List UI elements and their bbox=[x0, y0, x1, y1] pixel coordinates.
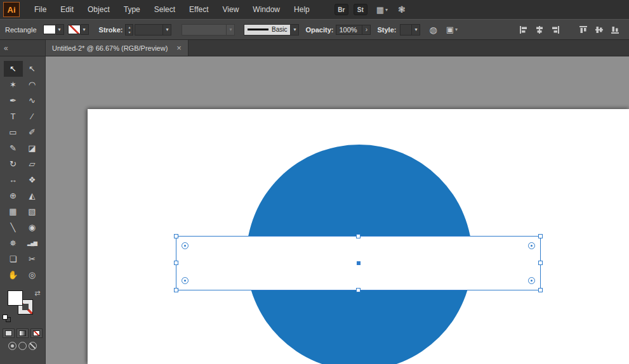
vertical-align-bottom-icon[interactable] bbox=[610, 25, 620, 35]
vertical-align-center-icon[interactable] bbox=[594, 25, 604, 35]
selection-handle-top-right[interactable] bbox=[538, 234, 543, 238]
workspace-swirl-icon[interactable]: ❃ bbox=[398, 4, 406, 15]
corner-radius-widget-bottom-right[interactable] bbox=[528, 277, 535, 284]
scale-tool[interactable]: ▱ bbox=[23, 156, 42, 172]
style-dropdown[interactable]: ▾ bbox=[400, 24, 420, 36]
color-mode-button[interactable] bbox=[3, 328, 15, 338]
selection-tool[interactable]: ↖ bbox=[4, 61, 23, 77]
lasso-tool[interactable]: ◠ bbox=[23, 77, 42, 93]
line-segment-tool[interactable]: ∕ bbox=[23, 108, 42, 124]
horizontal-align-center-icon[interactable] bbox=[534, 25, 545, 35]
pencil-tool[interactable]: ✎ bbox=[4, 140, 23, 156]
width-tool[interactable]: ↔ bbox=[4, 172, 23, 188]
stock-button[interactable]: St bbox=[354, 4, 367, 15]
zoom-tool[interactable]: ◎ bbox=[23, 267, 42, 283]
gradient-mode-button[interactable] bbox=[17, 328, 29, 338]
opacity-expander-button[interactable]: › bbox=[362, 25, 371, 35]
selected-rectangle-shape[interactable] bbox=[176, 236, 541, 290]
horizontal-align-right-icon[interactable] bbox=[550, 25, 560, 35]
draw-mode-row bbox=[8, 342, 37, 350]
gradient-tool[interactable]: ▧ bbox=[23, 204, 42, 219]
magic-wand-tool[interactable]: ✶ bbox=[4, 77, 23, 93]
eyedropper-tool[interactable]: ╲ bbox=[4, 219, 23, 235]
chevron-down-icon: ▾ bbox=[162, 25, 171, 35]
default-fill-stroke-icon[interactable] bbox=[3, 315, 13, 323]
corner-radius-widget-top-right[interactable] bbox=[528, 242, 535, 249]
swap-fill-stroke-icon[interactable]: ⇄ bbox=[34, 289, 40, 297]
artboard-tool[interactable]: ❏ bbox=[4, 251, 23, 267]
blend-tool[interactable]: ◉ bbox=[23, 219, 42, 235]
selection-handle-bottom-left[interactable] bbox=[174, 288, 178, 292]
fill-swatch[interactable] bbox=[8, 290, 23, 306]
tools-grid: ↖ ↖ ✶ ◠ ✒ ∿ T ∕ ▭ ✐ ✎ ◪ ↻ ▱ ↔ ❖ ⊕ ◭ ▦ ▧ bbox=[4, 56, 42, 283]
transform-menu-icon: ▣ bbox=[446, 25, 454, 34]
content-area: ↖ ↖ ✶ ◠ ✒ ∿ T ∕ ▭ ✐ ✎ ◪ ↻ ▱ ↔ ❖ ⊕ ◭ ▦ ▧ bbox=[0, 56, 629, 364]
close-icon[interactable]: × bbox=[176, 43, 182, 53]
menu-file[interactable]: File bbox=[27, 0, 53, 19]
rectangle-tool[interactable]: ▭ bbox=[4, 124, 23, 140]
paintbrush-tool[interactable]: ✐ bbox=[23, 124, 42, 140]
width-profile-dropdown: ▾ bbox=[182, 24, 235, 36]
hand-tool[interactable]: ✋ bbox=[4, 267, 23, 283]
arrange-documents-button[interactable]: ▦ ▾ bbox=[376, 5, 388, 15]
selection-handle-middle-right[interactable] bbox=[538, 261, 543, 265]
menu-effect[interactable]: Effect bbox=[182, 0, 215, 19]
vertical-align-top-icon[interactable] bbox=[578, 25, 588, 35]
none-mode-icon bbox=[33, 330, 40, 336]
stroke-weight-stepper[interactable]: ▴ ▾ bbox=[125, 24, 133, 36]
center-point-indicator[interactable] bbox=[357, 261, 361, 265]
selection-handle-bottom-right[interactable] bbox=[538, 288, 543, 292]
pen-tool[interactable]: ✒ bbox=[4, 93, 23, 108]
eraser-tool[interactable]: ◪ bbox=[23, 140, 42, 156]
control-bar: Rectangle ▾ ▾ Stroke: ▴ ▾ ▾ ▾ Basic ▾ Op bbox=[0, 19, 629, 40]
brush-definition-dropdown[interactable]: Basic ▾ bbox=[244, 24, 299, 36]
chevron-down-icon: ▾ bbox=[291, 24, 299, 36]
document-tab[interactable]: Untitled-2* @ 66.67% (RGB/Preview) × bbox=[46, 40, 189, 56]
mesh-tool[interactable]: ▦ bbox=[4, 204, 23, 219]
rotate-tool[interactable]: ↻ bbox=[4, 156, 23, 172]
recolor-artwork-icon[interactable]: ◍ bbox=[429, 25, 437, 35]
menu-object[interactable]: Object bbox=[81, 0, 117, 19]
fill-stroke-controls: ⇄ bbox=[0, 288, 46, 325]
direct-selection-tool[interactable]: ↖ bbox=[23, 61, 42, 77]
draw-behind-button[interactable] bbox=[18, 342, 27, 350]
symbol-sprayer-tool[interactable]: ✵ bbox=[4, 235, 23, 251]
stroke-weight-dropdown[interactable]: ▾ bbox=[135, 24, 171, 36]
curvature-tool[interactable]: ∿ bbox=[23, 93, 42, 108]
bridge-button[interactable]: Br bbox=[334, 4, 348, 15]
column-graph-tool[interactable]: ▂▄▆ bbox=[23, 235, 42, 251]
canvas[interactable] bbox=[46, 56, 629, 364]
draw-inside-button[interactable] bbox=[29, 342, 37, 350]
horizontal-align-left-icon[interactable] bbox=[519, 25, 529, 35]
brush-value: Basic bbox=[272, 26, 287, 33]
menu-type[interactable]: Type bbox=[117, 0, 147, 19]
selection-handle-middle-left[interactable] bbox=[174, 261, 178, 265]
transform-menu-button[interactable]: ▣ ▾ bbox=[446, 25, 458, 34]
none-mode-button[interactable] bbox=[30, 328, 43, 338]
draw-normal-button[interactable] bbox=[8, 342, 17, 350]
menu-select[interactable]: Select bbox=[147, 0, 182, 19]
opacity-input[interactable] bbox=[336, 25, 362, 35]
panel-collapse-button[interactable]: « bbox=[0, 40, 46, 56]
shape-builder-tool[interactable]: ⊕ bbox=[4, 188, 23, 204]
tools-panel: ↖ ↖ ✶ ◠ ✒ ∿ T ∕ ▭ ✐ ✎ ◪ ↻ ▱ ↔ ❖ ⊕ ◭ ▦ ▧ bbox=[0, 56, 46, 364]
artboard[interactable] bbox=[88, 109, 629, 364]
free-transform-tool[interactable]: ❖ bbox=[23, 172, 42, 188]
type-tool[interactable]: T bbox=[4, 108, 23, 124]
selection-handle-bottom-center[interactable] bbox=[356, 288, 361, 292]
menu-view[interactable]: View bbox=[216, 0, 246, 19]
fill-color-dropdown[interactable]: ▾ bbox=[43, 24, 64, 35]
selection-handle-top-center[interactable] bbox=[356, 234, 361, 238]
corner-radius-widget-top-left[interactable] bbox=[182, 242, 189, 249]
menu-help[interactable]: Help bbox=[287, 0, 317, 19]
corner-radius-widget-bottom-left[interactable] bbox=[182, 277, 189, 284]
stroke-swatch-hole bbox=[22, 304, 29, 310]
menu-edit[interactable]: Edit bbox=[53, 0, 81, 19]
stroke-color-dropdown[interactable]: ▾ bbox=[68, 24, 89, 35]
perspective-grid-tool[interactable]: ◭ bbox=[23, 188, 42, 204]
app-logo-icon[interactable]: Ai bbox=[3, 2, 20, 17]
slice-tool[interactable]: ✂ bbox=[23, 251, 42, 267]
menu-window[interactable]: Window bbox=[246, 0, 287, 19]
menu-list: File Edit Object Type Select Effect View… bbox=[27, 0, 317, 19]
selection-handle-top-left[interactable] bbox=[174, 234, 178, 238]
